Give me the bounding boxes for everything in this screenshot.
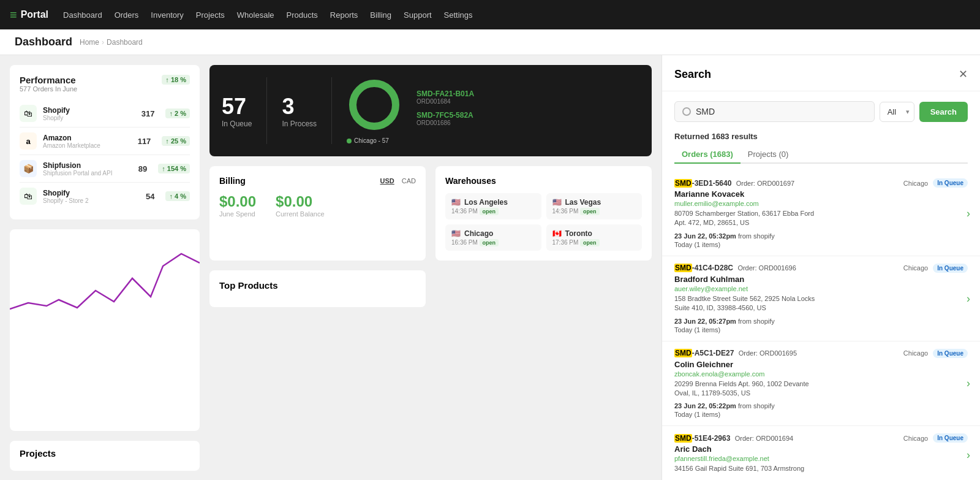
result-3-arrow: ›: [967, 377, 970, 390]
close-button[interactable]: ✕: [959, 67, 968, 81]
source-amazon-badge: ↑ 25 %: [162, 136, 190, 146]
amazon-icon: a: [20, 132, 37, 150]
filter-wrap: All: [880, 102, 914, 122]
result-1-badge: In Queue: [933, 178, 968, 188]
nav-dashboard[interactable]: Dashboard: [63, 10, 102, 20]
nav-projects[interactable]: Projects: [196, 10, 225, 20]
bottom-section: Top Products: [209, 270, 652, 307]
breadcrumb-home: Home: [80, 38, 99, 47]
wh-chi-time: 16:36 PM open: [451, 239, 535, 246]
nav-logo: ≡ Portal: [10, 8, 48, 22]
result-1-ordernum: Order: ORD001697: [736, 180, 794, 187]
nav-inventory[interactable]: Inventory: [151, 10, 183, 20]
currency-cad[interactable]: CAD: [402, 177, 416, 185]
result-1-header: SMD-3ED1-5640 Order: ORD001697 Chicago I…: [674, 178, 968, 188]
projects-title: Projects: [20, 448, 190, 463]
queue-divider: [266, 77, 267, 144]
queue-label: In Queue: [222, 120, 252, 128]
source-shopify2-badge: ↑ 4 %: [165, 191, 190, 201]
billing-amounts: $0.00 June Spend $0.00 Current Balance: [219, 193, 416, 218]
search-box: [674, 101, 875, 122]
result-3-ordernum: Order: ORD001695: [739, 349, 797, 357]
result-3-city: Chicago: [903, 349, 928, 357]
svg-point-1: [353, 83, 396, 126]
result-4-address: 34156 Gail Rapid Suite 691, 703 Armstron…: [674, 464, 968, 473]
breadcrumb-current: Dashboard: [107, 38, 143, 47]
result-1-arrow: ›: [967, 207, 970, 219]
results-info: Returned 1683 results Orders (1683) Proj…: [662, 132, 980, 171]
result-3-footer: 23 Jun 22, 05:22pm from shopify: [674, 400, 968, 411]
content-area: Performance 577 Orders In June ↑ 18 % 🛍 …: [0, 55, 662, 480]
source-shipfusion-info: Shipfusion Shipfusion Portal and API: [43, 161, 132, 177]
wh-lv-status: open: [580, 208, 600, 215]
source-shopify1-count: 317: [141, 109, 155, 118]
search-panel-title: Search: [674, 68, 711, 81]
nav-wholesale[interactable]: Wholesale: [237, 10, 274, 20]
result-item-4[interactable]: SMD-51E4-2963 Order: ORD001694 Chicago I…: [662, 426, 980, 480]
warehouse-tor: 🇨🇦 Toronto 17:36 PM open: [546, 224, 643, 251]
search-panel-header: Search ✕: [662, 55, 980, 91]
result-1-rest: -3ED1-5640: [692, 179, 732, 188]
top-products-title: Top Products: [219, 280, 416, 295]
logo-icon: ≡: [10, 8, 17, 22]
result-1-footer: 23 Jun 22, 05:32pm from shopify: [674, 230, 968, 241]
source-shopify2-sub: Shopify - Store 2: [43, 197, 140, 204]
result-3-email: zboncak.enola@example.com: [674, 370, 968, 378]
result-2-arrow: ›: [967, 292, 970, 305]
result-3-id: SMD-A5C1-DE27 Order: ORD001695: [674, 349, 797, 357]
source-amazon-count: 117: [138, 137, 151, 146]
warehouses-card: Warehouses 🇺🇸 Los Angeles 14:36 PM open …: [435, 166, 652, 261]
shipfusion-icon: 📦: [20, 160, 37, 177]
nav-settings[interactable]: Settings: [444, 10, 473, 20]
performance-card: Performance 577 Orders In June ↑ 18 % 🛍 …: [10, 65, 200, 219]
currency-usd[interactable]: USD: [380, 177, 394, 185]
wh-lv-name: 🇺🇸 Las Vegas: [552, 198, 636, 207]
source-list: 🛍 Shopify Shopify 317 ↑ 2 % a Amazon Ama…: [20, 100, 190, 210]
nav-products[interactable]: Products: [287, 10, 318, 20]
left-column: Performance 577 Orders In June ↑ 18 % 🛍 …: [10, 65, 200, 471]
filter-select[interactable]: All: [880, 102, 914, 122]
queue-num: 57: [222, 94, 252, 120]
result-3-meta: Chicago In Queue: [903, 349, 968, 358]
result-item-1[interactable]: SMD-3ED1-5640 Order: ORD001697 Chicago I…: [662, 171, 980, 256]
source-shopify1-sub: Shopify: [43, 115, 135, 121]
result-item-3[interactable]: SMD-A5C1-DE27 Order: ORD001695 Chicago I…: [662, 341, 980, 427]
nav-bar: ≡ Portal Dashboard Orders Inventory Proj…: [0, 0, 980, 29]
june-spend-label: June Spend: [219, 210, 256, 218]
result-2-items: Today (1 items): [674, 326, 968, 333]
chart-svg: [10, 229, 200, 327]
nav-orders[interactable]: Orders: [115, 10, 139, 20]
warehouse-la: 🇺🇸 Los Angeles 14:36 PM open: [445, 193, 541, 219]
current-balance-val: $0.00: [276, 193, 325, 210]
wh-tor-status: open: [580, 239, 600, 246]
result-4-email: pfannerstill.frieda@example.net: [674, 455, 968, 462]
search-circle-icon: [682, 107, 691, 116]
nav-support[interactable]: Support: [404, 10, 432, 20]
result-4-highlight: SMD: [674, 434, 692, 443]
source-shopify2: 🛍 Shopify Shopify - Store 2 54 ↑ 4 %: [20, 183, 190, 210]
result-1-email: muller.emilio@example.com: [674, 200, 968, 207]
nav-billing[interactable]: Billing: [370, 10, 391, 20]
page-header: Dashboard Home › Dashboard: [0, 29, 980, 55]
result-item-2[interactable]: SMD-41C4-D28C Order: ORD001696 Chicago I…: [662, 256, 980, 341]
source-shipfusion-sub: Shipfusion Portal and API: [43, 170, 132, 177]
result-2-meta: Chicago In Queue: [903, 264, 968, 273]
search-button[interactable]: Search: [919, 102, 968, 122]
result-2-city: Chicago: [903, 264, 928, 272]
warehouse-grid: 🇺🇸 Los Angeles 14:36 PM open 🇺🇸 Las Vega…: [445, 193, 642, 251]
result-3-badge: In Queue: [933, 349, 968, 358]
tab-orders[interactable]: Orders (1683): [674, 146, 741, 164]
tab-projects[interactable]: Projects (0): [741, 146, 796, 164]
result-2-header: SMD-41C4-D28C Order: ORD001696 Chicago I…: [674, 264, 968, 273]
breadcrumb-separator: ›: [102, 38, 104, 47]
search-input[interactable]: [696, 107, 867, 116]
result-1-date: 23 Jun 22, 05:32pm: [674, 232, 738, 240]
result-4-name: Aric Dach: [674, 444, 968, 454]
source-amazon-sub: Amazon Marketplace: [43, 142, 132, 149]
source-shopify1-name: Shopify: [43, 106, 135, 115]
results-tabs: Orders (1683) Projects (0): [674, 146, 968, 164]
result-4-ordernum: Order: ORD001694: [735, 435, 793, 442]
nav-reports[interactable]: Reports: [330, 10, 358, 20]
result-3-source: from shopify: [738, 402, 775, 410]
source-amazon-name: Amazon: [43, 134, 132, 142]
